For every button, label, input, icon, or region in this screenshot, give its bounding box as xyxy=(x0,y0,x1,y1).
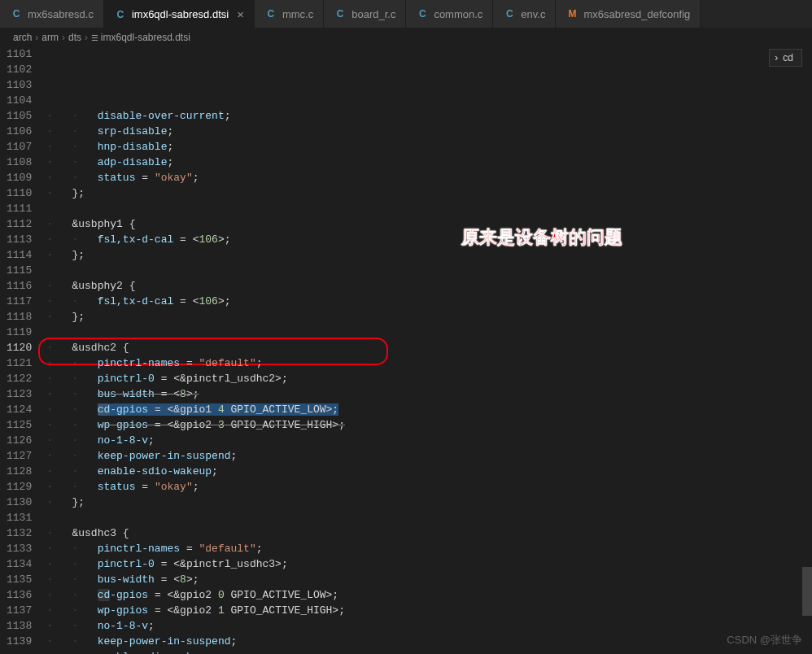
line-number: 1114 xyxy=(7,247,32,263)
line-number: 1116 xyxy=(7,278,32,294)
tab-mx6sabresd-c[interactable]: Cmx6sabresd.c xyxy=(0,0,104,28)
code-line[interactable]: · &usdhc2 { xyxy=(46,340,812,355)
line-number: 1125 xyxy=(7,417,32,433)
code-line[interactable]: · · pinctrl-names = "default"; xyxy=(46,355,812,371)
line-number: 1117 xyxy=(7,294,32,309)
file-type-icon: C xyxy=(416,7,429,20)
line-number: 1124 xyxy=(7,402,32,417)
line-number: 1131 xyxy=(7,510,32,525)
file-type-icon: C xyxy=(114,8,127,21)
line-number: 1119 xyxy=(7,325,32,340)
code-line[interactable]: · }; xyxy=(46,185,812,201)
line-number: 1102 xyxy=(7,62,32,77)
file-type-icon: C xyxy=(264,7,277,20)
tab-label: mx6sabresd.c xyxy=(28,8,94,20)
line-number: 1121 xyxy=(7,355,32,371)
tab-mx6sabresd-defconfig[interactable]: Mmx6sabresd_defconfig xyxy=(556,0,701,28)
code-line[interactable]: · · status = "okay"; xyxy=(46,170,812,185)
code-line[interactable]: · · cd-gpios = <&gpio1 4 GPIO_ACTIVE_LOW… xyxy=(46,402,812,417)
chevron-right-icon: › xyxy=(62,32,65,43)
tab-env-c[interactable]: Cenv.c xyxy=(493,0,556,28)
tab-mmc-c[interactable]: Cmmc.c xyxy=(255,0,324,28)
code-line[interactable]: · · wp-gpios = <&gpio2 1 GPIO_ACTIVE_HIG… xyxy=(46,603,812,618)
code-line[interactable] xyxy=(46,510,812,525)
line-number: 1104 xyxy=(7,93,32,108)
code-line[interactable]: · · srp-disable; xyxy=(46,124,812,139)
code-line[interactable]: · · no-1-8-v; xyxy=(46,433,812,448)
line-number: 1112 xyxy=(7,216,32,232)
tab-board-r-c[interactable]: Cboard_r.c xyxy=(324,0,406,28)
vertical-scrollbar[interactable] xyxy=(802,46,812,654)
scrollbar-thumb[interactable] xyxy=(802,567,812,616)
line-number: 1139 xyxy=(7,634,32,649)
line-number: 1113 xyxy=(7,232,32,247)
code-line[interactable]: · &usdhc3 { xyxy=(46,525,812,541)
code-line[interactable]: · · keep-power-in-suspend; xyxy=(46,448,812,464)
code-line[interactable]: · &usbphy1 { xyxy=(46,216,812,232)
breadcrumb-item[interactable]: dts xyxy=(68,32,81,43)
code-line[interactable]: · · fsl,tx-d-cal = <106>; xyxy=(46,294,812,309)
tab-label: imx6qdl-sabresd.dtsi xyxy=(132,8,229,20)
code-line[interactable]: · · bus-width = <8>; xyxy=(46,386,812,402)
code-line[interactable] xyxy=(46,201,812,216)
file-type-icon: C xyxy=(334,7,347,20)
line-number: 1134 xyxy=(7,556,32,572)
tab-label: common.c xyxy=(434,8,482,20)
code-line[interactable]: · · enable-sdio-wakeup; xyxy=(46,649,812,654)
breadcrumb-item[interactable]: arch xyxy=(13,32,32,43)
code-area[interactable]: 原来是设备树的问题 · · disable-over-current;· · s… xyxy=(46,46,812,654)
line-number: 1109 xyxy=(7,170,32,185)
chevron-right-icon: › xyxy=(35,32,38,43)
line-number-gutter: 1101110211031104110511061107110811091110… xyxy=(0,46,46,654)
code-line[interactable]: · · keep-power-in-suspend; xyxy=(46,634,812,649)
breadcrumb[interactable]: arch›arm›dts›☰ imx6qdl-sabresd.dtsi xyxy=(0,28,812,46)
line-number: 1107 xyxy=(7,139,32,155)
breadcrumb-item[interactable]: ☰ imx6qdl-sabresd.dtsi xyxy=(91,32,190,43)
code-line[interactable]: · · bus-width = <8>; xyxy=(46,572,812,587)
code-line[interactable]: · · fsl,tx-d-cal = <106>; xyxy=(46,232,812,247)
line-number: 1127 xyxy=(7,448,32,464)
code-line[interactable]: · · wp-gpios = <&gpio2 3 GPIO_ACTIVE_HIG… xyxy=(46,417,812,433)
code-line[interactable]: · · enable-sdio-wakeup; xyxy=(46,464,812,479)
code-line[interactable]: · · adp-disable; xyxy=(46,155,812,170)
code-line[interactable]: · · disable-over-current; xyxy=(46,108,812,124)
code-line[interactable]: · }; xyxy=(46,495,812,510)
code-line[interactable]: · · pinctrl-0 = <&pinctrl_usdhc2>; xyxy=(46,371,812,386)
breadcrumb-item[interactable]: arm xyxy=(41,32,59,43)
editor-tabs: Cmx6sabresd.cCimx6qdl-sabresd.dtsi×Cmmc.… xyxy=(0,0,812,28)
code-editor[interactable]: 1101110211031104110511061107110811091110… xyxy=(0,46,812,654)
chevron-right-icon: › xyxy=(775,52,778,63)
line-number: 1120 xyxy=(7,340,32,355)
line-number: 1135 xyxy=(7,572,32,587)
code-line[interactable] xyxy=(46,325,812,340)
line-number: 1115 xyxy=(7,263,32,278)
close-icon[interactable]: × xyxy=(234,7,244,21)
line-number: 1106 xyxy=(7,124,32,139)
code-line[interactable]: · &usbphy2 { xyxy=(46,278,812,294)
line-number: 1136 xyxy=(7,587,32,603)
code-line[interactable]: · · pinctrl-0 = <&pinctrl_usdhc3>; xyxy=(46,556,812,572)
tab-common-c[interactable]: Ccommon.c xyxy=(406,0,493,28)
list-icon: ☰ xyxy=(91,33,101,42)
line-number: 1108 xyxy=(7,155,32,170)
code-line[interactable]: · }; xyxy=(46,309,812,325)
tab-label: mx6sabresd_defconfig xyxy=(583,8,690,20)
line-number: 1118 xyxy=(7,309,32,325)
code-line[interactable]: · }; xyxy=(46,247,812,263)
line-number: 1110 xyxy=(7,185,32,201)
code-line[interactable]: · · cd-gpios = <&gpio2 0 GPIO_ACTIVE_LOW… xyxy=(46,587,812,603)
line-number: 1111 xyxy=(7,201,32,216)
code-line[interactable]: · · status = "okay"; xyxy=(46,479,812,495)
line-number: 1138 xyxy=(7,618,32,634)
code-line[interactable] xyxy=(46,263,812,278)
line-number: 1105 xyxy=(7,108,32,124)
watermark: CSDN @张世争 xyxy=(727,633,802,647)
tab-imx6qdl-sabresd-dtsi[interactable]: Cimx6qdl-sabresd.dtsi× xyxy=(104,0,255,28)
line-number: 1123 xyxy=(7,386,32,402)
line-number: 1101 xyxy=(7,46,32,62)
file-type-icon: M xyxy=(565,7,578,20)
search-overlay[interactable]: › cd xyxy=(769,49,802,67)
code-line[interactable]: · · pinctrl-names = "default"; xyxy=(46,541,812,556)
code-line[interactable]: · · hnp-disable; xyxy=(46,139,812,155)
code-line[interactable]: · · no-1-8-v; xyxy=(46,618,812,634)
